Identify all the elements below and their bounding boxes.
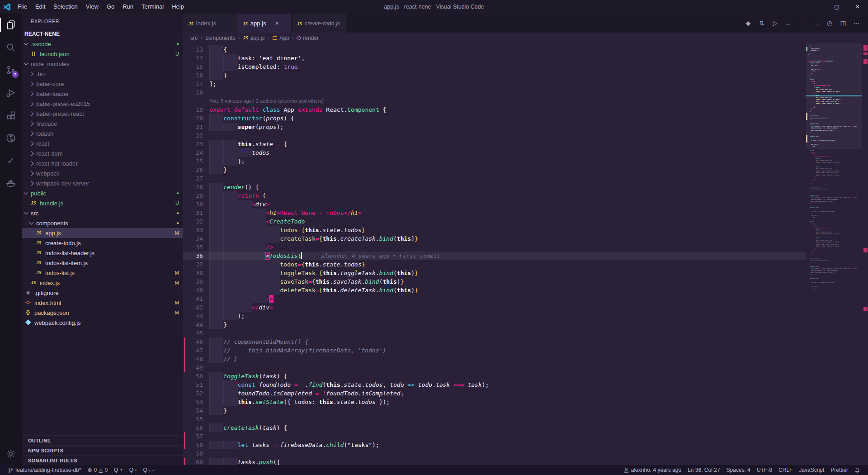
tree-item-webpack-dev-server[interactable]: webpack-dev-server (22, 178, 183, 188)
tree-item-babel-loader[interactable]: babel-loader (22, 89, 183, 99)
tree-item-lodash[interactable]: lodash (22, 128, 183, 138)
status-cursor-position[interactable]: Ln 36, Col 27 (684, 465, 723, 475)
menu-terminal[interactable]: Terminal (137, 0, 168, 14)
tree-item-babel-preset-react[interactable]: babel-preset-react (22, 109, 183, 119)
tree-item-index-js[interactable]: JSindex.jsM (22, 278, 183, 288)
breadcrumb-app-js[interactable]: JSapp.js (243, 35, 265, 41)
tree-item-react[interactable]: react (22, 138, 183, 148)
breadcrumb-src[interactable]: src (190, 35, 198, 41)
code-line-27: 27 (183, 174, 806, 183)
tree-item-todos-list-js[interactable]: JStodos-list.jsM (22, 268, 183, 278)
tree-item-todos-list-header-js[interactable]: JStodos-list-header.js (22, 248, 183, 258)
status-notifications[interactable] (851, 465, 863, 475)
tree-item--bin[interactable]: .bin (22, 69, 183, 79)
section-outline[interactable]: OUTLINE (22, 435, 183, 445)
codelens[interactable]: You, 5 minutes ago | 2 authors (alexnho … (183, 97, 806, 105)
activity-docker[interactable] (0, 172, 22, 195)
status-macro-q-minus[interactable]: Q - (126, 465, 140, 475)
tree-item-webpack-config-js[interactable]: webpack.config.js (22, 318, 183, 328)
line-number: 57 (183, 432, 209, 441)
nav-circle-icon[interactable]: ◦ (796, 14, 809, 33)
status-formatter[interactable]: Prettier (827, 465, 851, 475)
tree-item-babel-core[interactable]: babel-core (22, 79, 183, 89)
status-indentation[interactable]: Spaces: 4 (723, 465, 754, 475)
tree-item-src[interactable]: src● (22, 208, 183, 218)
nav-forward-icon[interactable]: → (809, 14, 823, 33)
menu-selection[interactable]: Selection (49, 0, 81, 14)
status-git-branch[interactable]: feature/adding-firebase-db* (5, 465, 84, 475)
activity-gitlens[interactable] (0, 127, 22, 149)
menu-help[interactable]: Help (168, 0, 188, 14)
menu-file[interactable]: File (14, 0, 31, 14)
code-editor[interactable]: 13{14task: 'eat dinner',15isCompleted: t… (183, 43, 806, 465)
breadcrumb-render[interactable]: render (297, 35, 319, 41)
braces-icon: {} (24, 309, 32, 316)
tree-item-webpack[interactable]: webpack (22, 168, 183, 178)
code-line-57: 57 (183, 432, 806, 441)
tree-item-launch-json[interactable]: {}launch.jsonU (22, 49, 183, 59)
close-icon[interactable]: × (273, 19, 282, 28)
tree-item-bundle-js[interactable]: JSbundle.jsU (22, 198, 183, 208)
line-number: 48 (183, 355, 209, 363)
code-line-50: 50toggleTask(task) { (183, 372, 806, 380)
tree-item-app-js[interactable]: JSapp.jsM (22, 228, 183, 238)
status-problems[interactable]: ⊗0△0 (84, 465, 111, 475)
activity-extensions[interactable] (0, 104, 22, 127)
line-number: 59 (183, 449, 209, 458)
menu-run[interactable]: Run (118, 0, 137, 14)
tree-item-create-todo-js[interactable]: JScreate-todo.js (22, 238, 183, 248)
minimize-button[interactable]: ─ (806, 0, 826, 14)
status-eol[interactable]: CRLF (775, 465, 796, 475)
split-editor-icon[interactable]: ◫ (836, 14, 850, 33)
activity-explorer[interactable] (0, 14, 22, 36)
editor-scrollbar[interactable] (862, 43, 868, 465)
section-npm-scripts[interactable]: NPM SCRIPTS (22, 445, 183, 455)
activity-settings[interactable] (0, 442, 22, 465)
window-controls: ─▢✕ (806, 0, 868, 14)
tree-item-node-modules[interactable]: node_modules (22, 59, 183, 69)
tree-item-index-html[interactable]: <>index.htmlM (22, 298, 183, 308)
status-macro-q-minus-minus[interactable]: Q - - (140, 465, 157, 475)
status-macro-q-plus[interactable]: Q + (111, 465, 126, 475)
sonarlint-action-icon[interactable]: ◆ (741, 14, 755, 33)
tree-item-babel-preset-es2015[interactable]: babel-preset-es2015 (22, 99, 183, 109)
menu-edit[interactable]: Edit (31, 0, 49, 14)
activity-sonarlint[interactable]: ✓ (0, 149, 22, 172)
js-icon: JS (30, 200, 37, 207)
tab-app-js[interactable]: JSapp.js× (237, 14, 292, 33)
breadcrumb-app[interactable]: App (273, 35, 289, 41)
tree-item-react-dom[interactable]: react-dom (22, 148, 183, 158)
tree-item--vscode[interactable]: .vscode● (22, 39, 183, 49)
tree-item-react-hot-loader[interactable]: react-hot-loader (22, 158, 183, 168)
tree-item-firebase[interactable]: firebase (22, 119, 183, 128)
tree-item-components[interactable]: components● (22, 218, 183, 228)
restore-button[interactable]: ▢ (826, 0, 847, 14)
timeline-icon[interactable]: ◷ (823, 14, 836, 33)
tree-item--gitignore[interactable]: ◆.gitignore (22, 288, 183, 298)
warning-icon: △ (99, 467, 103, 473)
activity-run-and-debug[interactable] (0, 81, 22, 104)
vscode-window: FileEditSelectionViewGoRunTerminalHelp a… (0, 0, 868, 475)
activity-source-control[interactable]: 7 (0, 59, 22, 81)
more-actions-icon[interactable]: ⋯ (850, 14, 863, 33)
minimap[interactable] (806, 43, 862, 465)
tab-index-js[interactable]: JSindex.js (183, 14, 237, 33)
tree-item-package-json[interactable]: {}package.jsonM (22, 308, 183, 318)
close-button[interactable]: ✕ (847, 0, 868, 14)
open-changes-icon[interactable]: ⇅ (755, 14, 769, 33)
status-blame-author[interactable]: alexnho, 4 years ago (620, 465, 684, 475)
run-file-icon[interactable]: ▷ (769, 14, 782, 33)
tree-item-public[interactable]: public● (22, 188, 183, 198)
tree-root-react-nene[interactable]: REACT-NENE (22, 29, 183, 39)
breadcrumb-components[interactable]: components (206, 35, 235, 41)
tree-item-todos-list-item-js[interactable]: JStodos-list-item.js (22, 258, 183, 268)
menu-view[interactable]: View (82, 0, 103, 14)
tab-create-todo-js[interactable]: JScreate-todo.js (292, 14, 346, 33)
status-encoding[interactable]: UTF-8 (754, 465, 775, 475)
status-language-mode[interactable]: JavaScript (796, 465, 827, 475)
section-sonarlint-rules[interactable]: SONARLINT RULES (22, 455, 183, 465)
git-status-badge: U (173, 51, 179, 57)
nav-back-icon[interactable]: ← (782, 14, 796, 33)
menu-go[interactable]: Go (103, 0, 118, 14)
activity-search[interactable] (0, 36, 22, 59)
